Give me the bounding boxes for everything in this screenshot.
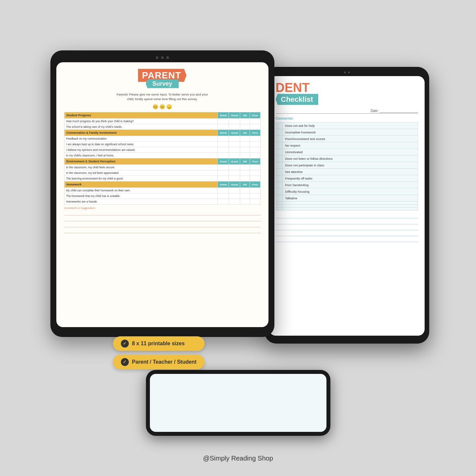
concerns-label: Concerns: [276,116,418,120]
tablet-right: DENT Checklist Date: ___________________… [265,67,429,344]
table-row: In the classroom, my kid feels appreciat… [64,170,260,176]
checklist-extra-lines [276,213,418,242]
tablet-screen-right: DENT Checklist Date: ___________________… [269,76,425,336]
list-item: Talkative [276,195,418,201]
date-row: Date: _____________________ [276,109,418,114]
comment-line [64,223,261,227]
list-item: Poor handwriting [276,182,418,188]
list-item: Does not ask for help [276,122,418,129]
table-row: The school is taking care of my child's … [64,124,260,130]
section-header-conversation: Conversation & Family Involvement Great … [64,130,260,136]
badge-printable-text: 8 x 11 printable sizes [132,341,185,347]
tablet-screen-left: PARENT Survey Parents! Please give me so… [56,62,268,327]
emoji-row: 😊 😐 😞 [64,104,261,109]
checklist-label: Checklist [276,94,319,105]
list-item: Does not participate in class [276,162,418,168]
badge-container: ✓ 8 x 11 printable sizes ✓ Parent / Teac… [113,336,205,373]
badge-types: ✓ Parent / Teacher / Student [113,355,205,369]
table-row: Feedback on my communication. [64,136,260,142]
tablet-bottom [146,370,330,436]
camera-dot [161,56,164,59]
section-header-homework: Homework Great Good OK Poor [64,182,260,188]
table-row: How much progress do you think your chil… [64,119,260,124]
tablet-left: PARENT Survey Parents! Please give me so… [50,50,274,337]
list-item [276,207,418,210]
student-partial-label: DENT [276,81,418,94]
list-item: Incomplete homework [276,129,418,135]
table-row: Homeworks are a hassle. [64,199,260,205]
list-item: Does not listen or follow directions [276,155,418,162]
tablet-screen-bottom [150,374,326,432]
footer-text: @Simply Reading Shop [203,455,273,462]
survey-header: PARENT Survey [64,69,261,89]
camera-dot [348,71,350,73]
list-item: Unmotivated [276,149,418,155]
list-item: Not attentive [276,168,418,175]
comment-line [64,217,261,221]
check-icon: ✓ [121,340,129,348]
check-icon-2: ✓ [121,358,129,366]
table-row: My child can complete their homework on … [64,188,260,193]
scene: PARENT Survey Parents! Please give me so… [41,41,436,436]
survey-table: Student Progress Great Good OK Poor How … [64,112,261,205]
table-row: I believe my opinions and recommendation… [64,147,260,153]
survey-label: Survey [146,79,179,88]
table-row: I am always kept up to date on significa… [64,142,260,147]
comment-line [64,229,261,233]
badge-types-text: Parent / Teacher / Student [132,359,197,365]
list-item: Poor/inconsistent test scores [276,135,418,142]
camera-bar-right [269,71,425,73]
comments-label: Comments or Suggestions: [64,207,261,210]
list-item: No respect [276,142,418,149]
section-header-environment: Environment & Student Perception Great G… [64,158,260,165]
camera-dot [156,56,158,59]
camera-bar-left [56,56,268,59]
footer: @Simply Reading Shop [41,455,436,462]
list-item: Difficulty focusing [276,188,418,195]
list-item [276,201,418,204]
table-row: The learning environment for my child is… [64,176,260,182]
section-header-progress: Student Progress Great Good OK Poor [64,112,260,119]
badge-printable: ✓ 8 x 11 printable sizes [113,336,205,351]
comment-line [64,211,261,215]
table-row: In the classroom, my child feels secure. [64,165,260,170]
checklist-table: Does not ask for help Incomplete homewor… [276,122,418,210]
list-item: Frequently off tasks [276,175,418,182]
table-row: The homework that my child has is suitab… [64,193,260,199]
list-item [276,204,418,207]
survey-title-block: PARENT Survey [138,69,186,88]
checklist-header: DENT Checklist [276,81,418,105]
camera-dot [166,56,169,59]
survey-subtitle: Parents! Please give me some input. To b… [64,92,261,102]
camera-dot [344,71,346,73]
table-row: In my child's classroom, I feel at home. [64,153,260,158]
